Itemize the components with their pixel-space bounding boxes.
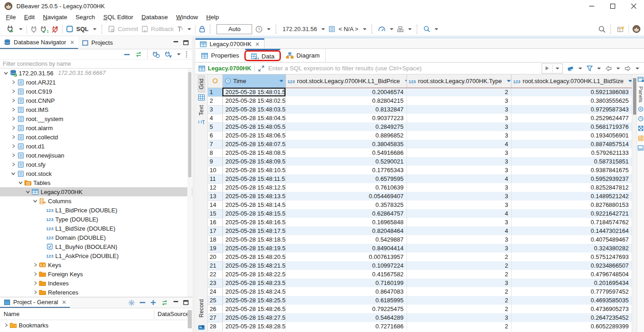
- cell[interactable]: 0.5681719376: [511, 122, 632, 131]
- tree-item-root-cnnp[interactable]: root.CNNP: [0, 96, 192, 105]
- row-number[interactable]: 24: [208, 287, 222, 296]
- cell[interactable]: 0.1934056901: [511, 131, 632, 140]
- row-number[interactable]: 12: [208, 183, 222, 192]
- cell[interactable]: 3: [406, 96, 511, 105]
- cell[interactable]: 0.4693585035: [511, 296, 632, 305]
- back-dropdown[interactable]: [616, 67, 620, 70]
- close-window-button[interactable]: [623, 0, 644, 12]
- row-number[interactable]: 6: [208, 131, 222, 140]
- quick-search-icon[interactable]: [598, 26, 606, 33]
- tree-item-root-stock[interactable]: root.stock: [0, 169, 192, 178]
- cell[interactable]: 2025-05-28 15:48:23.546: [222, 279, 285, 287]
- chevron-down-icon[interactable]: [17, 180, 24, 185]
- cell[interactable]: 3: [406, 244, 511, 253]
- cell[interactable]: 2: [406, 305, 511, 313]
- aggregate-panel-icon[interactable]: [638, 116, 644, 121]
- tree-item-root-d1[interactable]: root.d1: [0, 142, 192, 151]
- cell[interactable]: 2025-05-28 15:48:26.548: [222, 305, 285, 313]
- maximize-window-button[interactable]: [602, 0, 623, 12]
- row-number[interactable]: 25: [208, 296, 222, 305]
- chevron-right-icon[interactable]: [10, 134, 16, 140]
- cell[interactable]: 2025-05-28 15:48:21.545: [222, 261, 285, 270]
- cell[interactable]: 3: [406, 192, 511, 200]
- connection-dropdown[interactable]: [321, 28, 325, 31]
- cell[interactable]: 0.82804215: [285, 96, 406, 105]
- cell[interactable]: 3: [406, 122, 511, 131]
- history-dropdown[interactable]: [267, 28, 271, 31]
- navigator-scrollbar[interactable]: [187, 69, 192, 297]
- row-number[interactable]: 7: [208, 140, 222, 148]
- chevron-right-icon[interactable]: [10, 153, 16, 158]
- sql-filter-input[interactable]: Enter a SQL expression to filter results…: [268, 65, 542, 72]
- cell[interactable]: 0.3578325: [285, 200, 406, 209]
- erase-dropdown[interactable]: [578, 67, 582, 70]
- cell[interactable]: 3: [406, 114, 511, 122]
- search-icon[interactable]: [423, 26, 430, 32]
- chevron-right-icon[interactable]: [10, 125, 16, 131]
- cell[interactable]: 3: [406, 131, 511, 140]
- column-header-time[interactable]: Time: [222, 74, 285, 88]
- menu-navigate[interactable]: Navigate: [39, 13, 71, 21]
- tree-item-root-c919[interactable]: root.C919: [0, 87, 192, 96]
- cell[interactable]: 0.9221642721: [511, 209, 632, 218]
- cell[interactable]: 0.10997224: [285, 261, 406, 270]
- cell[interactable]: 3: [406, 183, 511, 192]
- row-number[interactable]: 13: [208, 192, 222, 200]
- cell[interactable]: 0.9234866507: [511, 261, 632, 270]
- row-number[interactable]: 28: [208, 322, 222, 331]
- chevron-right-icon[interactable]: [3, 322, 9, 328]
- menu-database[interactable]: Database: [137, 13, 172, 21]
- cell[interactable]: 3: [406, 105, 511, 114]
- cell[interactable]: 0.007613957: [285, 253, 406, 261]
- references-panel-icon[interactable]: [638, 145, 644, 151]
- cell[interactable]: 0.20046574: [285, 88, 406, 96]
- cell[interactable]: 0.7779597452: [511, 287, 632, 296]
- cell[interactable]: 2025-05-28 15:48:06.531: [222, 131, 285, 140]
- close-icon[interactable]: ✕: [255, 41, 260, 47]
- tree-item-tables[interactable]: Tables: [0, 178, 192, 187]
- cell[interactable]: 2025-05-28 15:48:08.532: [222, 148, 285, 157]
- cell[interactable]: 0.054469407: [285, 192, 406, 200]
- cell[interactable]: 2025-05-28 15:48:19.543: [222, 244, 285, 253]
- tree-item-root-sfy[interactable]: root.sfy: [0, 160, 192, 169]
- commit-button[interactable]: Commit: [118, 26, 138, 32]
- chevron-down-icon[interactable]: [3, 70, 9, 76]
- tree-item-l1-buyno-boolean-[interactable]: L1_BuyNo (BOOLEAN): [0, 242, 192, 251]
- chevron-down-icon[interactable]: [10, 171, 16, 176]
- disconnect-icon[interactable]: [52, 26, 58, 33]
- cell[interactable]: 2025-05-28 15:48:03.529: [222, 105, 285, 114]
- minimize-view-icon[interactable]: [173, 41, 179, 45]
- filters-icon[interactable]: [586, 65, 593, 72]
- cell[interactable]: 0.4075489467: [511, 235, 632, 244]
- new-connection-dropdown[interactable]: [19, 28, 23, 31]
- maximize-view-icon[interactable]: [183, 300, 189, 305]
- cell[interactable]: 0.17765343: [285, 166, 406, 174]
- cell[interactable]: 0.4736905273: [511, 305, 632, 313]
- project-item-bookmarks[interactable]: Bookmarks: [0, 320, 192, 330]
- cell[interactable]: 2025-05-28 15:48:17.541: [222, 227, 285, 235]
- cell[interactable]: 2025-05-28 15:48:20.543: [222, 253, 285, 261]
- cell[interactable]: 2025-05-28 15:48:16.541: [222, 218, 285, 227]
- cell[interactable]: 2025-05-28 15:48:12.537: [222, 183, 285, 192]
- database-dropdown[interactable]: [363, 28, 367, 31]
- cell[interactable]: 2: [406, 253, 511, 261]
- cell[interactable]: 2025-05-28 15:48:22.545: [222, 270, 285, 279]
- tree-item-foreign-keys[interactable]: Foreign Keys: [0, 269, 192, 279]
- row-number[interactable]: 23: [208, 279, 222, 287]
- text-presentation-icon[interactable]: [195, 119, 207, 125]
- row-number[interactable]: 2: [208, 96, 222, 105]
- tree-item-domain-double-[interactable]: 123Domain (DOUBLE): [0, 233, 192, 242]
- collapse-all-icon[interactable]: [124, 53, 130, 57]
- panel-divider[interactable]: [192, 37, 195, 332]
- tree-item-references[interactable]: References: [0, 288, 192, 297]
- compare-dropdown[interactable]: [408, 28, 412, 31]
- chevron-right-icon[interactable]: [10, 107, 16, 112]
- cell[interactable]: 0.5921386083: [511, 88, 632, 96]
- cell[interactable]: 0.84904414: [285, 244, 406, 253]
- search-dropdown[interactable]: [434, 28, 438, 31]
- cell[interactable]: 0.6579595: [285, 174, 406, 183]
- chevron-down-icon[interactable]: [32, 198, 38, 204]
- forward-icon[interactable]: [624, 66, 631, 71]
- dbeaver-perspective-icon[interactable]: [633, 25, 640, 33]
- row-number[interactable]: 26: [208, 305, 222, 313]
